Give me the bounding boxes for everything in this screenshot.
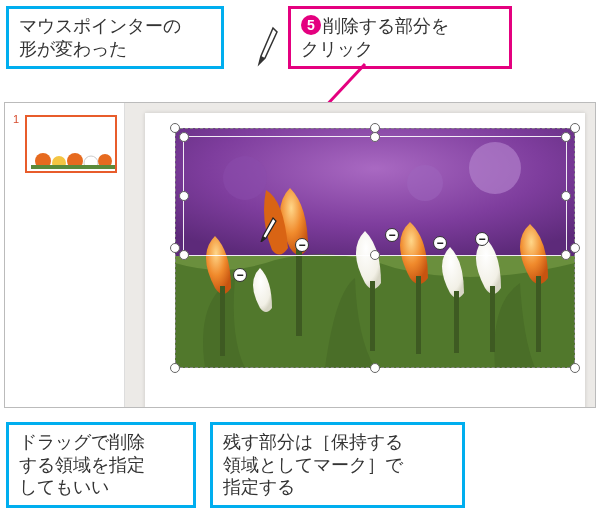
callout-keep-area: 残す部分は［保持する 領域としてマーク］で 指定する (210, 422, 465, 508)
callout-step5: 5削除する部分を クリック (288, 6, 512, 69)
remove-mark-icon: − (385, 228, 399, 242)
picture-handle-nw[interactable] (170, 123, 180, 133)
marquee-handle-e[interactable] (561, 191, 571, 201)
callout-pointer-changed: マウスポインターの 形が変わった (6, 6, 224, 69)
remove-mark-icon: − (295, 238, 309, 252)
slide-canvas[interactable]: − − − − − (125, 103, 595, 407)
svg-rect-19 (536, 276, 541, 352)
marquee-handle-w[interactable] (179, 191, 189, 201)
marquee-handle-ne[interactable] (561, 132, 571, 142)
step-number-badge: 5 (301, 15, 321, 35)
callout-text: ドラッグで削除 する領域を指定 してもいい (19, 432, 145, 497)
slide: − − − − − (145, 113, 585, 407)
callout-drag-to-delete: ドラッグで削除 する領域を指定 してもいい (6, 422, 196, 508)
picture-with-background-removal[interactable]: − − − − − (175, 128, 575, 368)
svg-rect-18 (490, 286, 495, 352)
picture-handle-s[interactable] (370, 363, 380, 373)
svg-rect-17 (454, 291, 459, 353)
svg-rect-14 (220, 286, 225, 356)
callout-text: 残す部分は［保持する 領域としてマーク］で 指定する (223, 432, 403, 497)
picture-handle-se[interactable] (570, 363, 580, 373)
marquee-handle-s[interactable] (370, 250, 380, 260)
pencil-icon (257, 24, 279, 72)
svg-rect-15 (370, 281, 375, 351)
marquee-handle-nw[interactable] (179, 132, 189, 142)
slide-thumbnail-panel[interactable]: 1 (5, 103, 125, 407)
picture-handle-sw[interactable] (170, 363, 180, 373)
foreground-marquee[interactable] (183, 136, 567, 256)
picture-handle-ne[interactable] (570, 123, 580, 133)
slide-number: 1 (13, 113, 19, 125)
svg-rect-7 (31, 165, 115, 169)
slide-thumbnail[interactable] (25, 115, 117, 173)
callout-text: 削除する部分を クリック (301, 16, 449, 59)
callout-text: マウスポインターの 形が変わった (19, 16, 181, 59)
marquee-handle-se[interactable] (561, 250, 571, 260)
svg-rect-16 (416, 276, 421, 354)
picture-handle-w[interactable] (170, 243, 180, 253)
marquee-handle-n[interactable] (370, 132, 380, 142)
picture-handle-n[interactable] (370, 123, 380, 133)
remove-mark-icon: − (475, 232, 489, 246)
editor-area: 1 (4, 102, 596, 408)
remove-mark-icon: − (433, 236, 447, 250)
remove-mark-icon: − (233, 268, 247, 282)
marquee-handle-sw[interactable] (179, 250, 189, 260)
picture-handle-e[interactable] (570, 243, 580, 253)
svg-rect-13 (296, 246, 302, 336)
